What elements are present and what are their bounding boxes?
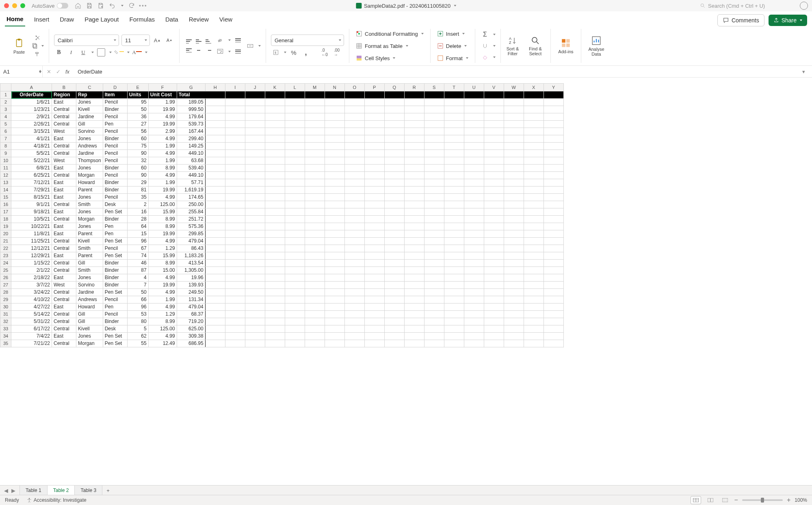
cell[interactable] [464, 282, 484, 289]
cell[interactable]: 139.93 [177, 282, 205, 289]
cell[interactable]: Jardine [76, 289, 103, 296]
cell[interactable] [305, 223, 325, 230]
cell[interactable]: 10/5/21 [11, 216, 52, 223]
add-sheet-button[interactable]: + [102, 485, 114, 495]
cell[interactable] [325, 128, 344, 135]
cell[interactable] [344, 157, 364, 165]
cell[interactable]: Pen [103, 303, 127, 311]
cell[interactable] [245, 318, 265, 325]
row-header[interactable]: 21 [0, 238, 11, 245]
cell[interactable]: Central [52, 318, 76, 325]
cell[interactable] [484, 311, 504, 318]
cell[interactable] [265, 296, 285, 303]
cell[interactable]: Jones [76, 208, 103, 216]
cell[interactable] [484, 113, 504, 121]
cell[interactable] [543, 230, 563, 238]
cell[interactable] [464, 216, 484, 223]
cell[interactable] [364, 282, 384, 289]
cell[interactable] [404, 282, 424, 289]
cell[interactable] [245, 121, 265, 128]
cell[interactable] [464, 267, 484, 274]
cell[interactable] [424, 165, 444, 172]
cell[interactable]: 1/23/21 [11, 106, 52, 113]
cell[interactable] [524, 267, 543, 274]
cell[interactable]: Central [52, 296, 76, 303]
cell[interactable] [305, 303, 325, 311]
cell[interactable] [404, 260, 424, 267]
cell[interactable] [504, 260, 524, 267]
format-painter-icon[interactable] [32, 51, 44, 57]
cell[interactable] [484, 303, 504, 311]
window-title[interactable]: SampleData2.pdf - 20240611005820 [356, 3, 456, 9]
cell[interactable] [464, 143, 484, 150]
cell[interactable] [384, 230, 404, 238]
conditional-formatting-button[interactable]: Conditional Formatting [354, 29, 425, 39]
cell[interactable] [524, 252, 543, 260]
cell[interactable] [205, 303, 225, 311]
cell[interactable] [524, 289, 543, 296]
cell[interactable] [285, 252, 305, 260]
cell[interactable] [265, 91, 285, 99]
cell[interactable]: 2/26/21 [11, 121, 52, 128]
cell[interactable] [344, 208, 364, 216]
cell[interactable] [305, 99, 325, 106]
cell[interactable] [424, 186, 444, 194]
cell[interactable] [225, 303, 245, 311]
cell[interactable] [305, 318, 325, 325]
cell[interactable] [404, 186, 424, 194]
cell[interactable] [504, 238, 524, 245]
cell[interactable] [205, 143, 225, 150]
cell[interactable] [484, 223, 504, 230]
cell[interactable] [384, 208, 404, 216]
cell[interactable] [504, 267, 524, 274]
cell[interactable] [225, 296, 245, 303]
cell[interactable] [404, 267, 424, 274]
cell[interactable] [265, 106, 285, 113]
cell[interactable]: Binder [103, 274, 127, 282]
cell[interactable] [504, 121, 524, 128]
sheet-nav-next-icon[interactable]: ▶ [11, 488, 15, 494]
cell[interactable]: Binder [103, 318, 127, 325]
cell[interactable] [543, 252, 563, 260]
cell[interactable] [364, 201, 384, 208]
cell[interactable] [225, 252, 245, 260]
cell[interactable] [404, 194, 424, 201]
cell[interactable] [524, 135, 543, 143]
cell[interactable]: Morgan [76, 340, 103, 347]
cell[interactable] [305, 143, 325, 150]
cell[interactable] [285, 274, 305, 282]
cell[interactable] [464, 252, 484, 260]
cell[interactable] [404, 230, 424, 238]
zoom-thumb-icon[interactable] [761, 498, 764, 503]
cell[interactable] [444, 157, 464, 165]
accounting-dropdown-icon[interactable] [284, 52, 286, 53]
cell[interactable] [364, 230, 384, 238]
cell[interactable] [484, 289, 504, 296]
cell[interactable]: Gill [76, 121, 103, 128]
cell[interactable] [205, 333, 225, 340]
cell[interactable]: 19.99 [148, 186, 177, 194]
fill-color-button[interactable] [114, 48, 124, 57]
cell[interactable] [344, 311, 364, 318]
cell[interactable] [404, 121, 424, 128]
cell[interactable]: Kivell [76, 106, 103, 113]
cell[interactable] [524, 106, 543, 113]
cell[interactable] [444, 318, 464, 325]
cell[interactable] [524, 260, 543, 267]
cell[interactable] [404, 179, 424, 186]
cell[interactable] [384, 99, 404, 106]
view-page-break-icon[interactable] [720, 496, 730, 504]
cell[interactable]: Gill [76, 260, 103, 267]
cell[interactable] [205, 289, 225, 296]
cell[interactable] [325, 325, 344, 333]
cell[interactable]: 27 [127, 121, 148, 128]
cell[interactable] [245, 157, 265, 165]
cell[interactable]: Central [52, 216, 76, 223]
cell[interactable]: 250.00 [177, 201, 205, 208]
cell[interactable] [325, 303, 344, 311]
cell[interactable] [484, 318, 504, 325]
cell[interactable]: Gill [76, 318, 103, 325]
cell[interactable] [285, 157, 305, 165]
cell[interactable] [543, 274, 563, 282]
cell[interactable] [325, 99, 344, 106]
